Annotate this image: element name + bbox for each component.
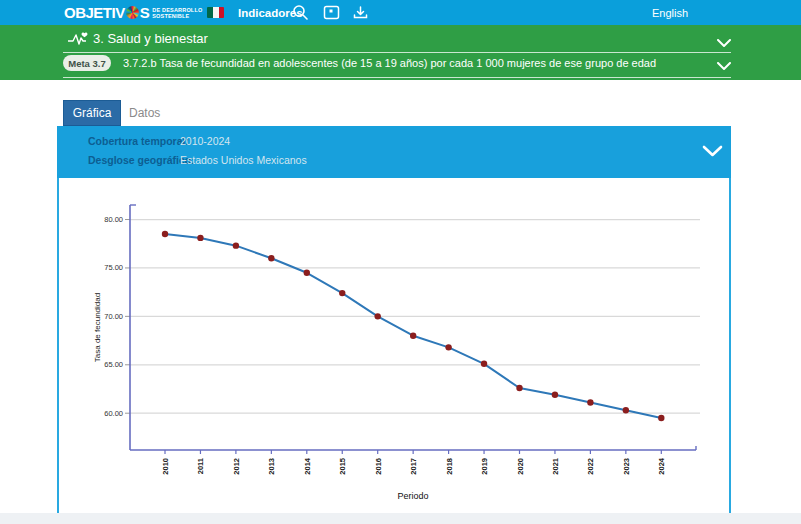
indicator-divider (63, 77, 731, 78)
data-point[interactable] (658, 415, 664, 421)
tab-datos[interactable]: Datos (129, 100, 160, 126)
data-point[interactable] (268, 255, 274, 261)
x-tick-label: 2023 (622, 458, 631, 475)
download-icon[interactable] (352, 4, 369, 21)
geo-label: Desglose geográfico: (88, 154, 195, 166)
language-toggle-english[interactable]: English (652, 0, 688, 25)
bottom-strip (0, 513, 801, 524)
x-tick-label: 2014 (303, 457, 312, 475)
data-point[interactable] (516, 385, 522, 391)
logo-word-start: OBJETIV (64, 3, 125, 22)
x-tick-label: 2022 (586, 458, 595, 475)
indicator-chevron-down-icon[interactable] (717, 57, 731, 75)
x-tick-label: 2019 (480, 458, 489, 475)
mexico-flag-icon (207, 7, 224, 18)
goal-accordion-row[interactable]: 3. Salud y bienestar (0, 25, 801, 52)
y-tick-label: 75.00 (104, 263, 123, 272)
panel-icon[interactable] (323, 4, 340, 21)
x-tick-label: 2016 (374, 458, 383, 475)
series-line (165, 234, 661, 418)
data-point[interactable] (197, 235, 203, 241)
y-axis-title: Tasa de fecundidad (93, 293, 102, 362)
indicator-accordion-row[interactable]: Meta 3.7 3.7.2.b Tasa de fecundidad en a… (0, 53, 801, 77)
geo-value: Estados Unidos Mexicanos (180, 154, 307, 166)
data-point[interactable] (410, 333, 416, 339)
sdg-logo[interactable]: OBJETIV S DE DESARROLLO SOSTENIBLE (64, 3, 224, 22)
x-tick-label: 2020 (516, 458, 525, 475)
x-tick-label: 2018 (445, 458, 454, 475)
data-point[interactable] (162, 231, 168, 237)
x-axis-title: Periodo (397, 491, 428, 501)
x-tick-label: 2010 (161, 458, 170, 475)
fertility-line-chart: 60.0065.0070.0075.0080.00201020112012201… (60, 192, 740, 512)
goal-chevron-down-icon[interactable] (717, 34, 731, 52)
top-header: OBJETIV S DE DESARROLLO SOSTENIBLE Indic… (0, 0, 801, 25)
meta-badge[interactable]: Meta 3.7 (63, 55, 111, 71)
goal-section: 3. Salud y bienestar Meta 3.7 3.7.2.b Ta… (0, 25, 801, 80)
filter-chevron-down-icon[interactable] (702, 143, 723, 161)
y-tick-label: 65.00 (104, 360, 123, 369)
data-point[interactable] (445, 344, 451, 350)
x-tick-label: 2017 (409, 458, 418, 475)
data-point[interactable] (481, 361, 487, 367)
y-tick-label: 80.00 (104, 215, 123, 224)
data-point[interactable] (375, 313, 381, 319)
filter-panel: Cobertura temporal: 2010-2024 Desglose g… (57, 126, 731, 178)
data-point[interactable] (552, 392, 558, 398)
tab-grafica[interactable]: Gráfica (63, 100, 121, 126)
x-tick-label: 2012 (232, 458, 241, 475)
coverage-label: Cobertura temporal: (88, 135, 189, 147)
indicator-title: 3.7.2.b Tasa de fecundidad en adolescent… (123, 57, 656, 69)
logo-word-end: S (140, 3, 150, 22)
logo-tagline: DE DESARROLLO SOSTENIBLE (152, 7, 202, 19)
data-point[interactable] (304, 270, 310, 276)
y-tick-label: 70.00 (104, 312, 123, 321)
x-tick-label: 2011 (196, 458, 205, 474)
x-tick-label: 2024 (657, 457, 666, 475)
sdg-wheel-icon (126, 6, 139, 19)
data-point[interactable] (339, 290, 345, 296)
y-tick-label: 60.00 (104, 409, 123, 418)
x-tick-label: 2021 (551, 458, 560, 475)
x-tick-label: 2015 (338, 458, 347, 475)
goal-title: 3. Salud y bienestar (93, 31, 208, 46)
search-icon[interactable] (292, 4, 309, 21)
data-point[interactable] (587, 399, 593, 405)
coverage-value: 2010-2024 (180, 135, 230, 147)
x-tick-label: 2013 (267, 458, 276, 475)
data-point[interactable] (623, 407, 629, 413)
heartbeat-icon (68, 30, 90, 51)
data-point[interactable] (233, 242, 239, 248)
